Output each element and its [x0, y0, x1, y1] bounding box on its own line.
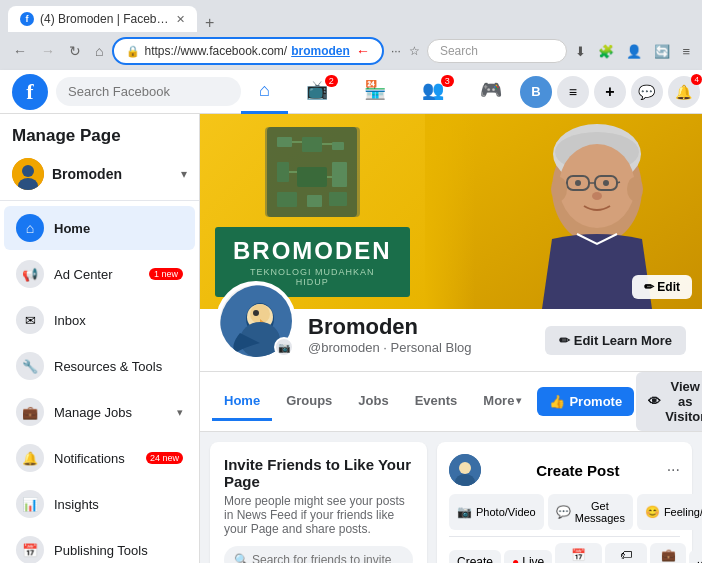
cover-bg: BROMODEN TEKNOLOGI MUDAHKAN HIDUP: [200, 114, 702, 309]
sidebar-profile[interactable]: Bromoden ▾: [0, 152, 199, 196]
page-tab-events[interactable]: Events: [403, 383, 470, 421]
svg-rect-4: [277, 137, 292, 147]
new-tab-button[interactable]: +: [197, 14, 222, 32]
svg-line-26: [617, 182, 620, 183]
invite-search-input[interactable]: [224, 546, 413, 563]
get-messages-button[interactable]: 💬 Get Messages: [548, 494, 633, 530]
job-button[interactable]: 💼 Job: [650, 543, 685, 563]
photo-video-button[interactable]: 📷 Photo/Video: [449, 494, 544, 530]
fb-nav-groups[interactable]: 👥 3: [404, 70, 462, 114]
avatar-camera-icon[interactable]: 📷: [274, 337, 294, 357]
tab-close-icon[interactable]: ✕: [176, 13, 185, 26]
get-messages-label: Get Messages: [575, 500, 625, 524]
create-post-actions: 📷 Photo/Video 💬 Get Messages 😊 Feeling/A…: [449, 494, 680, 530]
address-bar[interactable]: 🔒 https://www.facebook.com/ bromoden ←: [112, 37, 383, 65]
sidebar: Manage Page Bromoden ▾ ⌂ Home 📢 Ad Cente…: [0, 114, 200, 563]
svg-rect-6: [332, 142, 344, 150]
page-tab-more[interactable]: More ▾: [471, 383, 533, 421]
promote-tab-button[interactable]: 👍 Promote: [537, 387, 634, 416]
feeling-icon: 😊: [645, 505, 660, 519]
sidebar-item-resources[interactable]: 🔧 Resources & Tools: [4, 344, 195, 388]
profile-actions: ✏ Edit Learn More: [545, 326, 686, 361]
download-icon[interactable]: ⬇: [571, 42, 590, 61]
sidebar-item-home[interactable]: ⌂ Home: [4, 206, 195, 250]
menu-icon[interactable]: ≡: [678, 42, 694, 61]
url-arrow-indicator: ←: [356, 43, 370, 59]
fb-right-actions: B ≡ + 💬 🔔 4 ▾: [520, 76, 702, 108]
sidebar-item-label: Publishing Tools: [54, 543, 148, 558]
fb-nav-home[interactable]: ⌂: [241, 70, 288, 114]
svg-rect-8: [297, 167, 327, 187]
active-tab[interactable]: f (4) Bromoden | Facebook ✕: [8, 6, 197, 32]
refresh-button[interactable]: ↻: [64, 40, 86, 62]
address-bar-row: ← → ↻ ⌂ 🔒 https://www.facebook.com/ brom…: [0, 32, 702, 70]
create-post-divider: [449, 536, 680, 537]
fb-bell-btn[interactable]: 🔔 4: [668, 76, 700, 108]
fb-logo[interactable]: f: [12, 74, 48, 110]
home-icon: ⌂: [16, 214, 44, 242]
sidebar-item-insights[interactable]: 📊 Insights: [4, 482, 195, 526]
live-button[interactable]: ● Live: [504, 550, 552, 563]
notifications-badge: 24 new: [146, 452, 183, 464]
fb-nav-marketplace[interactable]: 🏪: [346, 70, 404, 114]
create-post-more[interactable]: ···: [667, 461, 680, 479]
tab-favicon: f: [20, 12, 34, 26]
feeling-activity-button[interactable]: 😊 Feeling/Activity: [637, 494, 702, 530]
svg-point-1: [22, 165, 34, 177]
sync-icon[interactable]: 🔄: [650, 42, 674, 61]
cover-circuit-board: [265, 127, 360, 217]
offer-button[interactable]: 🏷 Offer: [605, 543, 647, 563]
create-post-card: Create Post ··· 📷 Photo/Video 💬 Get Mess…: [437, 442, 692, 563]
fb-search-input[interactable]: [56, 77, 241, 106]
fb-messenger-btn[interactable]: 💬: [631, 76, 663, 108]
forward-button[interactable]: →: [36, 40, 60, 62]
svg-point-27: [575, 180, 581, 186]
svg-rect-5: [302, 137, 322, 152]
content-left: Invite Friends to Like Your Page More pe…: [210, 442, 427, 563]
edit-learn-more-button[interactable]: ✏ Edit Learn More: [545, 326, 686, 355]
fb-menu-btn[interactable]: ≡: [557, 76, 589, 108]
back-button[interactable]: ←: [8, 40, 32, 62]
extensions-menu-icon[interactable]: 🧩: [594, 42, 618, 61]
main-layout: Manage Page Bromoden ▾ ⌂ Home 📢 Ad Cente…: [0, 114, 702, 563]
manage-jobs-arrow: ▾: [177, 406, 183, 419]
extensions-icon[interactable]: ···: [388, 42, 404, 60]
fb-header: f ⌂ 📺 2 🏪 👥 3 🎮 B ≡ + 💬 🔔 4 ▾: [0, 70, 702, 114]
content-right: Create Post ··· 📷 Photo/Video 💬 Get Mess…: [437, 442, 692, 563]
svg-point-38: [253, 310, 259, 316]
invite-search-icon: 🔍: [234, 553, 249, 563]
event-button[interactable]: 📅 Event: [555, 543, 602, 563]
create-button[interactable]: Create: [449, 550, 501, 563]
fb-nav-watch[interactable]: 📺 2: [288, 70, 346, 114]
view-as-visitor-button[interactable]: 👁 View as Visitor: [636, 372, 702, 431]
sidebar-item-ad-center[interactable]: 📢 Ad Center 1 new: [4, 252, 195, 296]
page-tabs: Home Groups Jobs Events More ▾ 👍 Promote…: [200, 372, 702, 432]
profile-icon[interactable]: 👤: [622, 42, 646, 61]
page-content: BROMODEN TEKNOLOGI MUDAHKAN HIDUP: [200, 114, 702, 563]
sidebar-item-publishing-tools[interactable]: 📅 Publishing Tools: [4, 528, 195, 563]
content-area: Invite Friends to Like Your Page More pe…: [200, 432, 702, 563]
cover-area: BROMODEN TEKNOLOGI MUDAHKAN HIDUP: [200, 114, 702, 309]
photo-icon: 📷: [457, 505, 472, 519]
create-more-button[interactable]: ···: [689, 550, 702, 563]
fb-nav-gaming[interactable]: 🎮: [462, 70, 520, 114]
sidebar-item-manage-jobs[interactable]: 💼 Manage Jobs ▾: [4, 390, 195, 434]
sidebar-profile-avatar: [12, 158, 44, 190]
svg-rect-10: [277, 192, 297, 207]
invite-card: Invite Friends to Like Your Page More pe…: [210, 442, 427, 563]
browser-search[interactable]: Search: [427, 39, 568, 63]
sidebar-item-inbox[interactable]: ✉ Inbox: [4, 298, 195, 342]
page-tab-groups[interactable]: Groups: [274, 383, 344, 421]
sidebar-item-label: Resources & Tools: [54, 359, 162, 374]
cover-edit-button[interactable]: ✏ Edit: [632, 275, 692, 299]
star-icon[interactable]: ☆: [406, 42, 423, 60]
home-button[interactable]: ⌂: [90, 40, 108, 62]
page-tab-home[interactable]: Home: [212, 383, 272, 421]
sidebar-item-label: Ad Center: [54, 267, 139, 282]
sidebar-item-notifications[interactable]: 🔔 Notifications 24 new: [4, 436, 195, 480]
page-tab-jobs[interactable]: Jobs: [346, 383, 400, 421]
url-prefix: https://www.facebook.com/: [144, 44, 287, 58]
fb-add-btn[interactable]: +: [594, 76, 626, 108]
sidebar-item-label: Insights: [54, 497, 99, 512]
fb-avatar-btn[interactable]: B: [520, 76, 552, 108]
